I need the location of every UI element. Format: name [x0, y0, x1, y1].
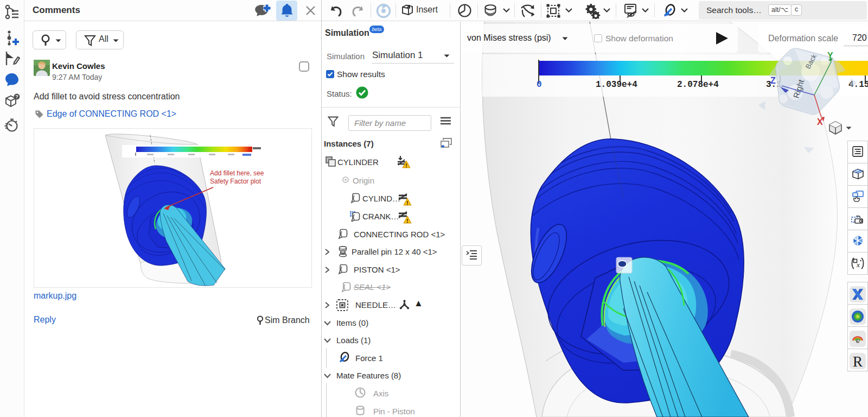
svg-text:?: ?: [15, 94, 18, 99]
svg-text:x: x: [856, 261, 860, 269]
svg-text:Z: Z: [770, 76, 776, 85]
svg-text:R: R: [853, 353, 863, 369]
svg-text:Add fillet here, see: Add fillet here, see: [210, 169, 264, 177]
svg-text:Safety Factor plot: Safety Factor plot: [210, 178, 261, 185]
svg-text:X: X: [817, 117, 823, 127]
svg-text:Y: Y: [827, 51, 833, 60]
